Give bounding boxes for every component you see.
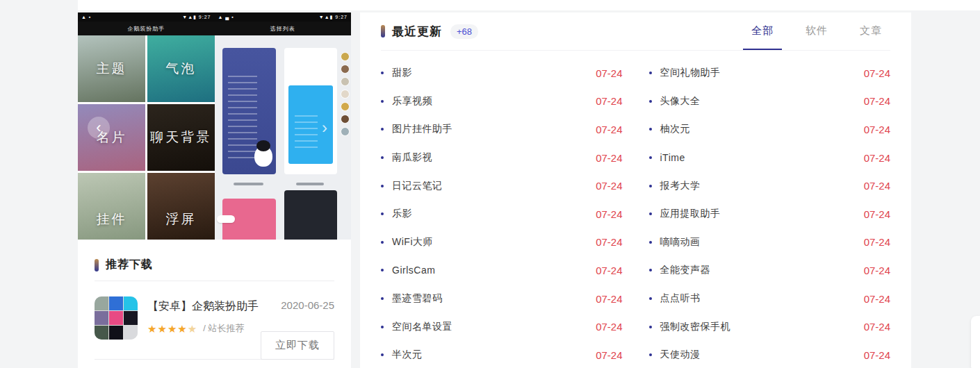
- update-item[interactable]: 柚次元07-24: [649, 115, 891, 144]
- avatar-rail: [341, 52, 350, 136]
- update-item-name[interactable]: 空间礼物助手: [649, 67, 721, 79]
- update-item-name[interactable]: iTime: [649, 152, 685, 163]
- update-item[interactable]: 墨迹雪碧码07-24: [381, 285, 623, 313]
- statusbar-left-icons: ▲ ▄ ▪: [218, 15, 234, 19]
- statusbar-left-icons: ▲ ▪: [81, 15, 91, 19]
- update-item-name[interactable]: 点点听书: [649, 292, 701, 305]
- update-item-name[interactable]: 图片挂件助手: [381, 123, 452, 135]
- update-item[interactable]: 强制改密保手机07-24: [649, 312, 891, 341]
- update-item[interactable]: 点点听书07-24: [649, 285, 891, 313]
- tab-article[interactable]: 文章: [851, 12, 890, 50]
- update-item-name[interactable]: 柚次元: [649, 123, 691, 135]
- update-item[interactable]: 报考大学07-24: [649, 172, 891, 200]
- update-item-date: 07-24: [864, 236, 890, 248]
- update-item-name[interactable]: 乐影: [381, 208, 412, 220]
- update-item-name[interactable]: 墨迹雪碧码: [381, 292, 443, 305]
- carousel-next-icon[interactable]: ›: [313, 117, 336, 139]
- update-item-date: 07-24: [864, 152, 890, 164]
- theme-caption: [296, 183, 323, 185]
- update-item-date: 07-24: [596, 124, 622, 135]
- recent-updates-header: 最近更新 +68 全部软件文章: [381, 12, 890, 51]
- update-item-name[interactable]: 全能变声器: [649, 264, 711, 276]
- update-item-name[interactable]: 半次元: [381, 349, 423, 361]
- app-thumbnail[interactable]: [95, 296, 138, 340]
- star-filled-icon: ★: [147, 323, 157, 335]
- update-item-date: 07-24: [596, 152, 622, 164]
- update-item[interactable]: 空间名单设置07-24: [381, 312, 623, 341]
- theme-card-cyan: [284, 48, 338, 174]
- recommend-title: 推荐下载: [106, 258, 153, 272]
- recommend-header: 推荐下载: [78, 240, 351, 281]
- tab-software[interactable]: 软件: [797, 12, 836, 50]
- theme-list-preview: [215, 35, 352, 240]
- update-item-date: 07-24: [596, 265, 622, 276]
- update-item-name[interactable]: 天使动漫: [649, 349, 701, 361]
- update-item[interactable]: 头像大全07-24: [649, 87, 891, 116]
- floating-side-widget[interactable]: [971, 316, 980, 368]
- app-title[interactable]: 【安卓】企鹅装扮助手: [147, 299, 259, 314]
- update-item-date: 07-24: [864, 124, 890, 135]
- tile-label: 浮屏: [165, 210, 196, 228]
- update-item-date: 07-24: [596, 293, 622, 305]
- update-item[interactable]: 南瓜影视07-24: [381, 144, 623, 172]
- update-item-name[interactable]: 报考大学: [649, 180, 701, 192]
- recommended-app-item[interactable]: 【安卓】企鹅装扮助手 ★★★★★ / 站长推荐 2020-06-25 立即下载: [95, 281, 334, 360]
- theme-card-blue: [222, 48, 276, 174]
- update-item-name[interactable]: 甜影: [381, 67, 412, 79]
- update-item[interactable]: iTime07-24: [649, 144, 891, 172]
- avatar: [341, 115, 350, 124]
- carousel-tile-3: 聊天背景: [147, 104, 215, 171]
- update-item[interactable]: 嘀嘀动画07-24: [649, 228, 891, 257]
- webmaster-recommend-label: / 站长推荐: [203, 322, 244, 335]
- update-item-name[interactable]: WiFi大师: [381, 236, 433, 249]
- carousel-prev-icon[interactable]: ‹: [88, 117, 110, 139]
- carousel-tile-2: 名片: [78, 104, 145, 171]
- app-screenshot-carousel[interactable]: ▲ ▪ ▼▲▮ 9:27 企鹅装扮助手 主题气泡名片聊天背景挂件浮屏 ▲ ▄ ▪…: [78, 12, 351, 240]
- section-marker-icon: [95, 259, 99, 271]
- update-item-date: 07-24: [596, 180, 622, 192]
- recent-updates-title: 最近更新: [392, 24, 442, 40]
- star-filled-icon: ★: [168, 323, 177, 335]
- star-filled-icon: ★: [157, 323, 167, 335]
- update-item[interactable]: 全能变声器07-24: [649, 256, 891, 285]
- carousel-tile-4: 挂件: [78, 173, 145, 240]
- update-item[interactable]: WiFi大师07-24: [381, 228, 623, 257]
- avatar: [341, 77, 350, 86]
- update-item[interactable]: GirlsCam07-24: [381, 256, 623, 285]
- android-statusbar: ▲ ▪ ▼▲▮ 9:27: [78, 12, 215, 22]
- update-item-name[interactable]: 空间名单设置: [381, 321, 452, 333]
- update-item[interactable]: 天使动漫07-24: [649, 341, 891, 368]
- update-item-name[interactable]: 日记云笔记: [381, 180, 443, 192]
- tile-label: 聊天背景: [150, 128, 211, 147]
- theme-card-dark: [284, 190, 338, 240]
- update-item-name[interactable]: 头像大全: [649, 95, 701, 108]
- update-item[interactable]: 应用提取助手07-24: [649, 200, 891, 228]
- app-titlebar: 选择列表: [215, 22, 352, 35]
- update-item-name[interactable]: 嘀嘀动画: [649, 236, 701, 249]
- tile-label: 气泡: [165, 60, 196, 78]
- update-item-date: 07-24: [864, 95, 890, 107]
- avatar: [341, 52, 350, 61]
- statusbar-right-icons: ▼▲▮ 9:27: [319, 15, 348, 20]
- update-item-date: 07-24: [864, 67, 890, 79]
- update-item[interactable]: 空间礼物助手07-24: [649, 59, 891, 87]
- update-item-date: 07-24: [864, 265, 890, 276]
- update-item[interactable]: 半次元07-24: [381, 341, 623, 368]
- update-item-name[interactable]: GirlsCam: [381, 265, 435, 276]
- update-item[interactable]: 乐影07-24: [381, 200, 623, 228]
- update-item-date: 07-24: [596, 208, 622, 220]
- update-item-name[interactable]: 应用提取助手: [649, 208, 721, 220]
- theme-caption: [234, 183, 263, 185]
- update-item-name[interactable]: 南瓜影视: [381, 151, 432, 164]
- tab-all[interactable]: 全部: [743, 12, 782, 50]
- star-filled-icon: ★: [177, 323, 187, 335]
- tile-label: 主题: [96, 60, 126, 78]
- update-item[interactable]: 甜影07-24: [381, 59, 623, 87]
- download-now-button[interactable]: 立即下载: [261, 331, 334, 360]
- update-item-name[interactable]: 强制改密保手机: [649, 321, 731, 333]
- update-item-name[interactable]: 乐享视频: [381, 95, 432, 108]
- update-item-date: 07-24: [596, 349, 622, 361]
- update-item[interactable]: 日记云笔记07-24: [381, 172, 623, 200]
- update-item[interactable]: 乐享视频07-24: [381, 87, 623, 116]
- update-item[interactable]: 图片挂件助手07-24: [381, 115, 623, 144]
